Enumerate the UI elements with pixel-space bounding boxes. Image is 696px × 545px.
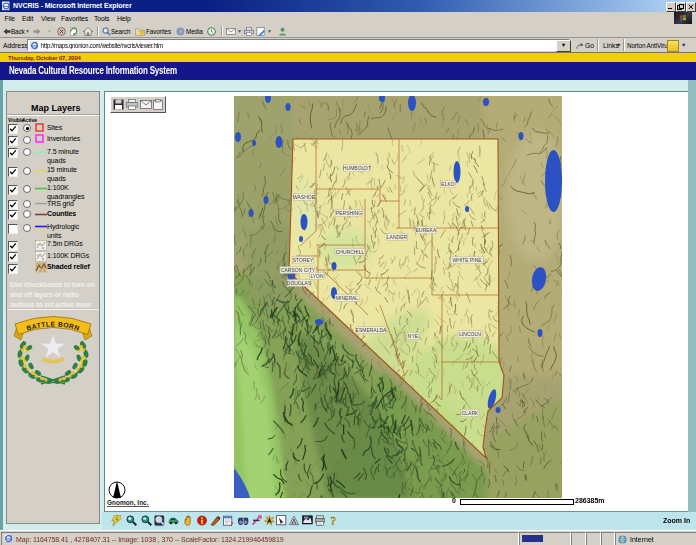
svg-text:ESMERALDA: ESMERALDA [356, 327, 388, 333]
svg-text:MINERAL: MINERAL [336, 295, 358, 301]
svg-text:HUMBOLDT: HUMBOLDT [343, 165, 371, 171]
svg-text:LANDER: LANDER [387, 234, 408, 240]
svg-text:ELKO: ELKO [441, 181, 454, 187]
svg-text:A: A [292, 518, 297, 525]
svg-text:PERSHING: PERSHING [336, 210, 362, 216]
svg-text:WHITE PINE: WHITE PINE [452, 257, 482, 263]
svg-text:LYON: LYON [310, 273, 324, 279]
svg-text:CLARK: CLARK [462, 410, 479, 416]
svg-text:EUREKA: EUREKA [416, 227, 437, 233]
svg-text:?: ? [230, 520, 234, 526]
svg-text:CHURCHILL: CHURCHILL [336, 249, 365, 255]
svg-text:NYE: NYE [408, 333, 419, 339]
svg-text:STOREY: STOREY [293, 257, 314, 263]
svg-text:LINCOLN: LINCOLN [459, 331, 481, 337]
svg-text:WASHOE: WASHOE [293, 194, 316, 200]
svg-text:?: ? [330, 515, 336, 526]
svg-text:DOUGLAS: DOUGLAS [287, 280, 312, 286]
